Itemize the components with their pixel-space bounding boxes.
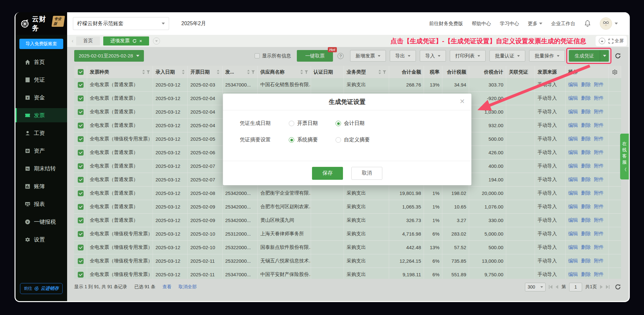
attachment-link[interactable]: 附件 [594, 244, 604, 250]
sidebar-item-carryover[interactable]: % 期末结转 [15, 161, 67, 176]
batch-actions-button[interactable]: 批量操作 [529, 50, 565, 62]
edit-link[interactable]: 编辑 [568, 163, 578, 169]
attachment-link[interactable]: 附件 [594, 109, 604, 115]
delete-link[interactable]: 删除 [581, 244, 591, 250]
save-button[interactable]: 保存 [312, 167, 343, 180]
select-all-checkbox[interactable] [78, 69, 84, 75]
table-row[interactable]: 全电发票（增值税专用发票） 2025-03-12 2025-02-10 2531… [74, 227, 621, 241]
edit-link[interactable]: 编辑 [568, 244, 578, 250]
print-list-button[interactable]: 打印列表 [450, 50, 486, 62]
cancel-all-link[interactable]: 取消全部 [179, 284, 197, 290]
export-button[interactable]: 导出 [390, 50, 416, 62]
attachment-link[interactable]: 附件 [594, 163, 604, 169]
collapse-icon[interactable] [599, 38, 605, 44]
filter-icon[interactable] [251, 70, 255, 74]
learning-center-link[interactable]: 学习中心 [500, 21, 519, 27]
radio-custom-summary[interactable]: 自定义摘要 [336, 137, 382, 143]
page-number-input[interactable] [569, 283, 582, 291]
delete-link[interactable]: 删除 [581, 177, 591, 183]
close-tab-icon[interactable]: × [139, 38, 142, 43]
refresh-icon[interactable] [132, 39, 137, 43]
bell-icon[interactable] [584, 20, 591, 27]
radio-system-summary[interactable]: 系统摘要 [289, 137, 336, 143]
edit-link[interactable]: 编辑 [568, 122, 578, 128]
sort-icon[interactable] [247, 70, 250, 74]
row-checkbox[interactable] [78, 272, 84, 278]
delete-link[interactable]: 删除 [581, 217, 591, 223]
sidebar-item-settings[interactable]: 设置 [15, 232, 67, 247]
one-click-fetch-button[interactable]: 一键取票 Hot [297, 50, 333, 62]
enterprise-workspace-link[interactable]: 企业工作台 [551, 21, 575, 27]
import-free-account-button[interactable]: 导入免费版账套 [19, 39, 63, 49]
filter-icon[interactable] [305, 70, 308, 74]
table-row[interactable]: 全电发票（增值税专用发票） 2025-03-12 2025-02-11 2532… [74, 254, 621, 268]
row-checkbox[interactable] [78, 258, 84, 264]
delete-link[interactable]: 删除 [581, 122, 591, 128]
row-checkbox[interactable] [78, 218, 84, 223]
delete-link[interactable]: 删除 [581, 258, 591, 264]
show-all-info-checkbox[interactable]: 显示所有信息 [255, 53, 291, 59]
delete-link[interactable]: 删除 [581, 190, 591, 196]
close-icon[interactable]: ✕ [459, 98, 465, 105]
table-row[interactable]: 全电发票（普通发票） 2025-03-12 2025-02-08 2534200… [74, 187, 621, 200]
import-button[interactable]: 导入 [420, 50, 446, 62]
attachment-link[interactable]: 附件 [594, 190, 604, 196]
edit-link[interactable]: 编辑 [568, 217, 578, 223]
edit-link[interactable]: 编辑 [568, 231, 578, 237]
col-total[interactable]: 价税合计 [469, 66, 506, 78]
sidebar-item-funds[interactable]: ¥ 资金 [15, 90, 67, 105]
sort-icon[interactable] [142, 70, 145, 74]
delete-link[interactable]: 删除 [581, 271, 591, 278]
edit-link[interactable]: 编辑 [568, 258, 578, 264]
first-page-button[interactable] [549, 285, 552, 289]
attachment-link[interactable]: 附件 [594, 231, 604, 237]
col-cert-date[interactable]: 认证日期 [311, 66, 344, 78]
delete-link[interactable]: 删除 [581, 95, 591, 101]
edit-link[interactable]: 编辑 [568, 136, 578, 142]
col-invoice-date[interactable]: 开票日期 [188, 66, 223, 78]
attachment-link[interactable]: 附件 [594, 271, 604, 278]
tabs-dropdown-icon[interactable] [153, 37, 160, 45]
account-select[interactable]: 柠檬云财务示范账套 [73, 17, 169, 30]
attachment-link[interactable]: 附件 [594, 136, 604, 142]
sort-icon[interactable] [182, 70, 185, 74]
page-size-select[interactable]: 300 [525, 283, 546, 291]
sidebar-item-invoice[interactable]: 发票 [15, 108, 67, 122]
online-service-tab[interactable]: 在线客服 《 [620, 134, 629, 179]
radio-accounting-date[interactable]: 会计日期 [336, 120, 382, 127]
attachment-link[interactable]: 附件 [594, 177, 604, 183]
refresh-page-icon[interactable] [615, 284, 621, 290]
sidebar-item-home[interactable]: 首页 [15, 55, 67, 69]
batch-certify-button[interactable]: 批量认证 [489, 50, 525, 62]
filter-icon[interactable] [146, 70, 150, 74]
generate-voucher-dropdown[interactable] [600, 50, 609, 62]
user-menu[interactable] [600, 17, 618, 30]
attachment-link[interactable]: 附件 [594, 149, 604, 156]
view-selected-link[interactable]: 查看 [163, 284, 172, 290]
col-actions[interactable]: 操作 [566, 66, 609, 78]
delete-link[interactable]: 删除 [581, 109, 591, 115]
last-page-button[interactable] [606, 285, 609, 289]
row-checkbox[interactable] [78, 109, 84, 115]
tab-home[interactable]: 首页 [76, 36, 100, 46]
sidebar-item-tax[interactable]: ¥ 一键报税 [15, 215, 67, 229]
edit-link[interactable]: 编辑 [568, 177, 578, 183]
row-checkbox[interactable] [78, 150, 84, 156]
sort-icon[interactable] [378, 70, 381, 74]
edit-link[interactable]: 编辑 [568, 190, 578, 196]
col-linked-voucher[interactable]: 关联凭证 [506, 66, 535, 78]
col-source[interactable]: 发票来源 [535, 66, 566, 78]
column-settings[interactable] [609, 66, 621, 78]
fullscreen-button[interactable]: 全屏 [609, 38, 624, 44]
attachment-link[interactable]: 附件 [594, 122, 604, 128]
col-biz-type[interactable]: 业务类型 [344, 66, 389, 78]
generate-voucher-button[interactable]: 生成凭证 [569, 50, 600, 62]
edit-link[interactable]: 编辑 [568, 82, 578, 88]
row-checkbox[interactable] [78, 177, 84, 183]
edit-link[interactable]: 编辑 [568, 271, 578, 278]
sidebar-item-assets[interactable]: ¥ 资产 [15, 144, 67, 158]
filter-icon[interactable] [383, 70, 386, 74]
delete-link[interactable]: 删除 [581, 231, 591, 237]
col-supplier[interactable]: 供应商名称 [258, 66, 311, 78]
sidebar-item-salary[interactable]: 工资 [15, 126, 67, 140]
